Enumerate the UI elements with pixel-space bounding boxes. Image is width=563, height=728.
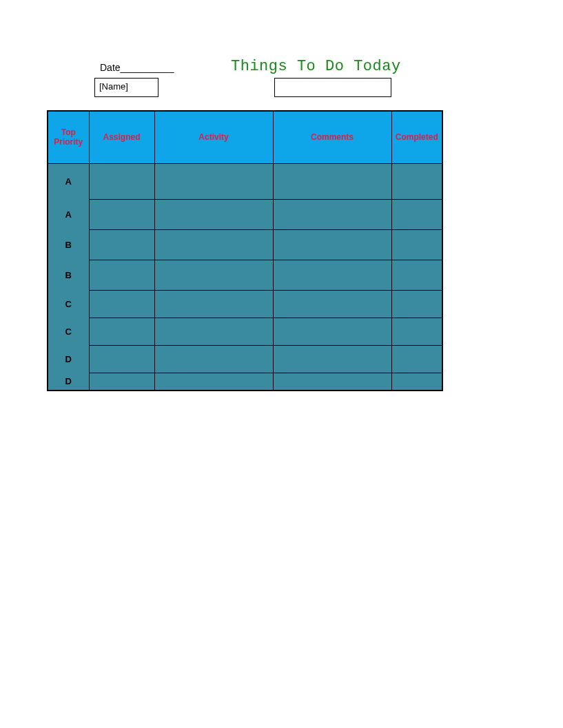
completed-cell[interactable] (391, 318, 442, 345)
table-row: D (48, 345, 442, 373)
comments-cell[interactable] (273, 199, 391, 229)
table-row: C (48, 290, 442, 318)
assigned-cell[interactable] (89, 345, 154, 373)
todo-table: Top Priority Assigned Activity Comments … (47, 110, 443, 391)
completed-cell[interactable] (391, 260, 442, 290)
assigned-cell[interactable] (89, 260, 154, 290)
priority-cell: A (48, 163, 89, 199)
activity-cell[interactable] (154, 260, 273, 290)
date-label: Date__________ (100, 62, 174, 73)
assigned-cell[interactable] (89, 373, 154, 391)
activity-cell[interactable] (154, 345, 273, 373)
col-header-activity: Activity (154, 111, 273, 163)
assigned-cell[interactable] (89, 199, 154, 229)
comments-cell[interactable] (273, 373, 391, 391)
priority-cell: C (48, 290, 89, 318)
assigned-cell[interactable] (89, 290, 154, 318)
assigned-cell[interactable] (89, 163, 154, 199)
empty-field[interactable] (274, 78, 391, 97)
completed-cell[interactable] (391, 229, 442, 260)
comments-cell[interactable] (273, 345, 391, 373)
comments-cell[interactable] (273, 229, 391, 260)
priority-cell: A (48, 199, 89, 229)
table-row: A (48, 163, 442, 199)
name-field[interactable]: [Name] (94, 78, 158, 97)
activity-cell[interactable] (154, 163, 273, 199)
completed-cell[interactable] (391, 163, 442, 199)
page-title: Things To Do Today (231, 58, 401, 75)
table-row: B (48, 229, 442, 260)
completed-cell[interactable] (391, 345, 442, 373)
col-header-completed: Completed (391, 111, 442, 163)
activity-cell[interactable] (154, 199, 273, 229)
table-row: B (48, 260, 442, 290)
col-header-assigned: Assigned (89, 111, 154, 163)
completed-cell[interactable] (391, 290, 442, 318)
col-header-comments: Comments (273, 111, 391, 163)
priority-cell: C (48, 318, 89, 345)
activity-cell[interactable] (154, 318, 273, 345)
assigned-cell[interactable] (89, 318, 154, 345)
completed-cell[interactable] (391, 373, 442, 391)
comments-cell[interactable] (273, 163, 391, 199)
table-row: D (48, 373, 442, 391)
priority-cell: D (48, 345, 89, 373)
priority-cell: B (48, 260, 89, 290)
priority-cell: B (48, 229, 89, 260)
table-row: A (48, 199, 442, 229)
comments-cell[interactable] (273, 290, 391, 318)
table-header-row: Top Priority Assigned Activity Comments … (48, 111, 442, 163)
col-header-priority: Top Priority (48, 111, 89, 163)
activity-cell[interactable] (154, 229, 273, 260)
completed-cell[interactable] (391, 199, 442, 229)
table-row: C (48, 318, 442, 345)
activity-cell[interactable] (154, 373, 273, 391)
comments-cell[interactable] (273, 260, 391, 290)
activity-cell[interactable] (154, 290, 273, 318)
assigned-cell[interactable] (89, 229, 154, 260)
comments-cell[interactable] (273, 318, 391, 345)
priority-cell: D (48, 373, 89, 391)
